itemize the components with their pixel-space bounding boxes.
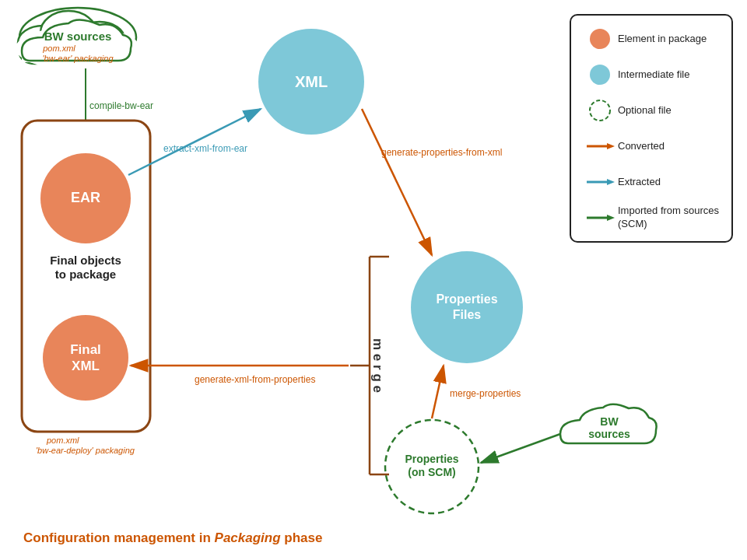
legend-converted-text: Converted [618, 140, 665, 153]
bottom-title-text2: phase [281, 530, 323, 545]
svg-point-13 [411, 251, 523, 363]
legend-extracted-text: Extracted [618, 176, 661, 189]
svg-point-30 [590, 65, 610, 85]
bottom-title-text1: Configuration management in [23, 530, 215, 545]
gen-props-label: generate-properties-from-xml [381, 147, 502, 158]
legend-blue-arrow-icon [582, 168, 618, 196]
bottom-title: Configuration management in Packaging ph… [23, 530, 322, 546]
compile-bw-ear-label: compile-bw-ear [89, 100, 153, 111]
svg-marker-37 [607, 215, 615, 221]
extract-xml-label: extract-xml-from-ear [163, 143, 247, 154]
bw-sources-bottom-label-1: BW [600, 415, 619, 428]
legend-intermediate-text: Intermediate file [618, 68, 690, 82]
final-objects-label-1: Final objects [50, 254, 121, 267]
svg-line-22 [432, 366, 444, 418]
bw-sources-bottom-label-2: sources [588, 428, 630, 440]
legend-green-arrow-icon [582, 204, 618, 232]
svg-line-16 [362, 109, 432, 255]
final-xml-label-2: XML [72, 359, 100, 373]
props-files-label-2: Files [453, 308, 482, 321]
bw-sources-pom-label: pom.xml [42, 44, 75, 53]
final-xml-label-1: Final [70, 342, 101, 357]
bw-sources-packaging-label: 'bw-ear' packaging [42, 54, 114, 63]
legend-dashed-circle-icon [582, 96, 618, 124]
svg-line-23 [481, 434, 560, 463]
legend-orange-arrow-icon [582, 132, 618, 160]
merge-props-label: merge-properties [450, 388, 521, 399]
ear-label: EAR [71, 190, 100, 205]
legend-item-extracted: Extracted [582, 168, 721, 196]
legend-item-intermediate: Intermediate file [582, 61, 721, 89]
bottom-title-italic: Packaging [215, 530, 281, 545]
legend-element-text: Element in package [618, 33, 707, 46]
pom-bottom-label: pom.xml [46, 436, 79, 445]
final-objects-label-2: to package [55, 268, 116, 281]
svg-marker-35 [607, 179, 615, 185]
legend-item-optional: Optional file [582, 96, 721, 124]
legend-optional-text: Optional file [618, 104, 672, 117]
bw-sources-top-label: BW sources [44, 30, 112, 43]
gen-xml-label: generate-xml-from-properties [195, 374, 315, 385]
svg-point-29 [590, 29, 610, 49]
packaging-bottom-label: 'bw-ear-deploy' packaging [36, 446, 135, 455]
legend-item-imported: Imported from sources (SCM) [582, 204, 721, 232]
legend-blue-circle-icon [582, 61, 618, 89]
svg-point-11 [43, 315, 128, 401]
legend-item-element: Element in package [582, 25, 721, 53]
props-files-label-1: Properties [436, 292, 497, 306]
props-scm-label-1: Properties [405, 453, 458, 465]
svg-marker-33 [607, 143, 615, 149]
legend-imported-text: Imported from sources (SCM) [618, 205, 721, 231]
props-scm-label-2: (on SCM) [408, 466, 455, 478]
diagram-container: BW sources pom.xml 'bw-ear' packaging co… [0, 0, 747, 560]
legend-item-converted: Converted [582, 132, 721, 160]
svg-point-31 [590, 100, 610, 121]
xml-label: XML [295, 73, 328, 90]
legend-box: Element in package Intermediate file Opt… [570, 14, 733, 243]
legend-orange-circle-icon [582, 25, 618, 53]
merge-label: m e r g e [370, 338, 385, 393]
